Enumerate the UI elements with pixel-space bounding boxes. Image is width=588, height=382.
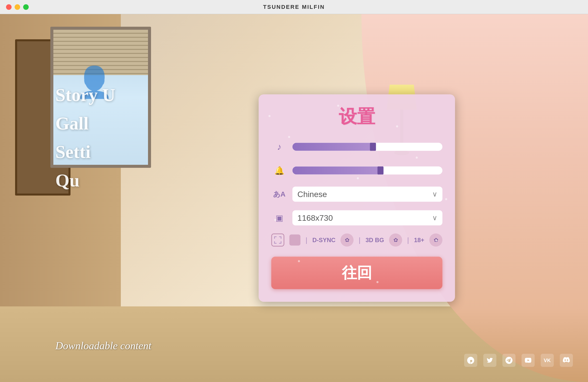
youtube-icon[interactable] bbox=[522, 354, 535, 367]
sound-icon: 🔔 bbox=[271, 163, 287, 179]
steam-icon[interactable] bbox=[464, 354, 477, 367]
music-icon: ♪ bbox=[271, 139, 287, 155]
music-row: ♪ bbox=[271, 139, 443, 155]
sound-row: 🔔 bbox=[271, 163, 443, 179]
window-mode-button[interactable] bbox=[289, 235, 301, 246]
language-row: あA Chinese English Japanese ∨ bbox=[271, 186, 443, 202]
maximize-button[interactable] bbox=[23, 4, 29, 10]
window-title: TSUNDERE MILFIN bbox=[263, 4, 325, 10]
close-button[interactable] bbox=[6, 4, 12, 10]
settings-panel: 设置 ♪ 🔔 あA bbox=[259, 94, 455, 302]
vsync-label: D-SYNC bbox=[312, 237, 336, 244]
music-slider-thumb[interactable] bbox=[370, 143, 376, 151]
menu-item-gallery[interactable]: Gall bbox=[55, 113, 115, 134]
sound-slider-fill bbox=[292, 167, 383, 175]
sound-slider-thumb[interactable] bbox=[377, 167, 383, 175]
main-menu: Story U Gall Setti Qu bbox=[55, 85, 115, 199]
back-button[interactable]: 往回 bbox=[271, 257, 443, 289]
bg3d-button[interactable]: ✿ bbox=[389, 234, 402, 247]
menu-item-story[interactable]: Story U bbox=[55, 85, 115, 106]
resolution-row: ▣ 1168x730 1280x720 1920x1080 2560x1440 … bbox=[271, 210, 443, 226]
bg3d-label: 3D BG bbox=[365, 237, 384, 244]
titlebar: TSUNDERE MILFIN bbox=[0, 0, 588, 14]
menu-item-settings[interactable]: Setti bbox=[55, 142, 115, 163]
options-row: | D-SYNC ✿ | 3D BG ✿ | 18+ ✿ bbox=[271, 234, 443, 247]
twitter-icon[interactable] bbox=[483, 354, 496, 367]
language-dropdown-container: Chinese English Japanese ∨ bbox=[292, 187, 443, 202]
minimize-button[interactable] bbox=[15, 4, 20, 10]
game-area: 👤 Story U Gall Setti Qu 设置 bbox=[0, 14, 588, 382]
dlc-label[interactable]: Downloadable content bbox=[55, 340, 151, 352]
menu-item-quit[interactable]: Qu bbox=[55, 170, 115, 191]
settings-title: 设置 bbox=[271, 105, 443, 129]
window-controls bbox=[6, 4, 29, 10]
language-icon: あA bbox=[271, 186, 287, 202]
social-icons-bar: VK bbox=[464, 354, 573, 367]
adult-button[interactable]: ✿ bbox=[429, 234, 443, 247]
telegram-icon[interactable] bbox=[502, 354, 516, 367]
language-dropdown[interactable]: Chinese English Japanese bbox=[292, 187, 443, 202]
music-slider-track[interactable] bbox=[292, 143, 443, 151]
fullscreen-icon bbox=[274, 236, 282, 244]
adult-label: 18+ bbox=[414, 237, 424, 244]
resolution-dropdown[interactable]: 1168x730 1280x720 1920x1080 2560x1440 bbox=[292, 210, 443, 226]
vk-icon[interactable]: VK bbox=[541, 354, 554, 367]
fullscreen-button[interactable] bbox=[271, 234, 284, 247]
vsync-button[interactable]: ✿ bbox=[341, 234, 354, 247]
resolution-icon: ▣ bbox=[271, 210, 287, 226]
music-slider-fill bbox=[292, 143, 375, 151]
discord-icon[interactable] bbox=[560, 354, 573, 367]
sound-slider-track[interactable] bbox=[292, 167, 443, 175]
resolution-dropdown-container: 1168x730 1280x720 1920x1080 2560x1440 ∨ bbox=[292, 210, 443, 226]
